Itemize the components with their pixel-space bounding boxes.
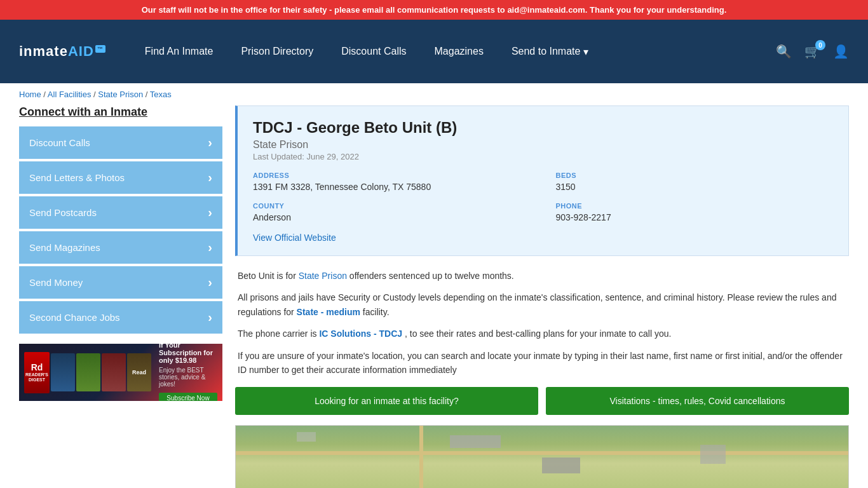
- aerial-road-v: [419, 426, 423, 488]
- site-header: inmateAID™ Find An Inmate Prison Directo…: [0, 20, 868, 83]
- facility-type: State Prison: [253, 139, 833, 151]
- main-content: Connect with an Inmate Discount Calls › …: [0, 105, 868, 488]
- logo[interactable]: inmateAID™: [19, 43, 105, 60]
- breadcrumb-sep3: /: [146, 90, 150, 99]
- cart-button[interactable]: 🛒 0: [804, 44, 820, 59]
- sidebar-btn-send-postcards[interactable]: Send Postcards ›: [19, 196, 222, 229]
- county-block: COUNTY Anderson: [253, 202, 531, 222]
- visitations-button[interactable]: Visitations - times, rules, Covid cancel…: [546, 387, 849, 415]
- breadcrumb-texas[interactable]: Texas: [150, 90, 172, 99]
- county-value: Anderson: [253, 212, 531, 222]
- chevron-icon-4: ›: [208, 275, 212, 290]
- aerial-image: [235, 425, 849, 488]
- aerial-road-h: [236, 451, 848, 455]
- sidebar-btn-discount-calls[interactable]: Discount Calls ›: [19, 126, 222, 159]
- nav-right: 🔍 🛒 0 👤: [776, 44, 849, 59]
- sidebar-btn-send-letters[interactable]: Send Letters & Photos ›: [19, 161, 222, 194]
- user-icon[interactable]: 👤: [833, 44, 849, 59]
- sidebar: Connect with an Inmate Discount Calls › …: [19, 105, 222, 488]
- sidebar-btn-second-chance[interactable]: Second Chance Jobs ›: [19, 301, 222, 334]
- cart-count: 0: [815, 40, 825, 50]
- facility-name: TDCJ - George Beto Unit (B): [253, 119, 833, 137]
- breadcrumb-all-facilities[interactable]: All Facilities: [48, 90, 92, 99]
- desc-para1: Beto Unit is for State Prison offenders …: [238, 269, 846, 283]
- ad-text-block: If Your Subscription for only $19.98 Enj…: [156, 344, 217, 401]
- nav-find-inmate[interactable]: Find An Inmate: [131, 20, 227, 83]
- sidebar-btn-send-money[interactable]: Send Money ›: [19, 266, 222, 299]
- facility-updated: Last Updated: June 29, 2022: [253, 152, 833, 161]
- nav-prison-directory[interactable]: Prison Directory: [227, 20, 327, 83]
- main-nav: Find An Inmate Prison Directory Discount…: [131, 20, 776, 83]
- view-website-link[interactable]: View Official Website: [253, 233, 336, 243]
- looking-for-inmate-button[interactable]: Looking for an inmate at this facility?: [235, 387, 538, 415]
- chevron-icon-3: ›: [208, 240, 212, 255]
- desc-para3: The phone carrier is IC Solutions - TDCJ…: [238, 327, 846, 341]
- sidebar-btn-send-magazines[interactable]: Send Magazines ›: [19, 231, 222, 264]
- nav-send-to-inmate[interactable]: Send to Inmate ▾: [498, 20, 603, 83]
- description-section: Beto Unit is for State Prison offenders …: [235, 269, 849, 377]
- alert-banner: Our staff will not be in the office for …: [0, 0, 868, 20]
- beds-block: BEDS 3150: [556, 172, 834, 192]
- phone-label: PHONE: [556, 202, 834, 210]
- ad-banner[interactable]: Rd READER'S DIGEST Read If Your Subscrip…: [19, 344, 222, 401]
- ad-mag-5: Read: [127, 353, 151, 391]
- facility-details: ADDRESS 1391 FM 3328, Tennessee Colony, …: [253, 172, 833, 222]
- ad-subscribe-button[interactable]: Subscribe Now: [159, 393, 217, 401]
- address-block: ADDRESS 1391 FM 3328, Tennessee Colony, …: [253, 172, 531, 192]
- nav-magazines[interactable]: Magazines: [421, 20, 498, 83]
- phone-value: 903-928-2217: [556, 212, 834, 222]
- beds-value: 3150: [556, 182, 834, 192]
- chevron-icon-2: ›: [208, 205, 212, 220]
- breadcrumb-home[interactable]: Home: [19, 90, 41, 99]
- nav-discount-calls[interactable]: Discount Calls: [327, 20, 420, 83]
- breadcrumb-state-prison[interactable]: State Prison: [98, 90, 143, 99]
- alert-text: Our staff will not be in the office for …: [142, 5, 727, 15]
- aerial-building-3: [700, 445, 726, 464]
- action-buttons: Looking for an inmate at this facility? …: [235, 387, 849, 415]
- ad-subtitle: Enjoy the BEST stories, advice & jokes!: [159, 367, 217, 388]
- state-prison-link1[interactable]: State Prison: [299, 271, 347, 281]
- ad-mag-4: [102, 353, 126, 391]
- breadcrumb: Home / All Facilities / State Prison / T…: [0, 83, 868, 105]
- aerial-building-1: [450, 435, 501, 448]
- desc-para4: If you are unsure of your inmate's locat…: [238, 349, 846, 377]
- ad-mag-2: [51, 353, 75, 391]
- county-label: COUNTY: [253, 202, 531, 210]
- search-icon[interactable]: 🔍: [776, 44, 792, 59]
- logo-highlight: AID: [68, 43, 94, 59]
- state-medium-link[interactable]: State - medium: [297, 307, 360, 317]
- beds-label: BEDS: [556, 172, 834, 179]
- address-value: 1391 FM 3328, Tennessee Colony, TX 75880: [253, 182, 531, 192]
- chevron-icon-5: ›: [208, 310, 212, 325]
- address-label: ADDRESS: [253, 172, 531, 179]
- aerial-building-2: [542, 458, 580, 473]
- aerial-building-4: [297, 432, 316, 442]
- ic-solutions-link[interactable]: IC Solutions - TDCJ: [319, 329, 402, 339]
- ad-mag-1: Rd READER'S DIGEST: [24, 352, 50, 393]
- chevron-icon-1: ›: [208, 170, 212, 185]
- facility-card: TDCJ - George Beto Unit (B) State Prison…: [235, 105, 849, 256]
- phone-block: PHONE 903-928-2217: [556, 202, 834, 222]
- sidebar-title: Connect with an Inmate: [19, 105, 222, 119]
- ad-tagline: If Your Subscription for only $19.98: [159, 344, 217, 364]
- logo-text: inmateAID™: [19, 43, 105, 60]
- ad-banner-inner: Rd READER'S DIGEST Read If Your Subscrip…: [19, 344, 222, 401]
- desc-para2: All prisons and jails have Security or C…: [238, 290, 846, 319]
- dropdown-arrow-icon: ▾: [583, 46, 588, 58]
- chevron-icon-0: ›: [208, 135, 212, 150]
- logo-badge: ™: [95, 45, 105, 53]
- facility-panel: TDCJ - George Beto Unit (B) State Prison…: [235, 105, 849, 488]
- ad-mag-3: [76, 353, 100, 391]
